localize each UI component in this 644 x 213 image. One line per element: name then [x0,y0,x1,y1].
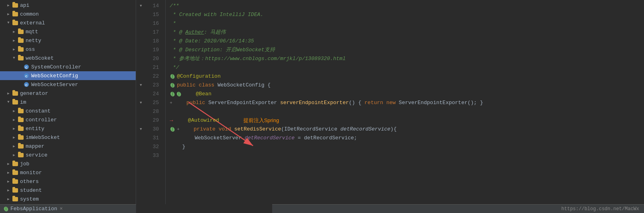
sidebar-item-generator[interactable]: ▶generator [0,89,136,98]
gutter-cell-21 [136,63,146,72]
sidebar-item-oss[interactable]: ▶oss [0,45,136,54]
code-gutter: ▼▼▼▼ [136,0,146,204]
tree-label-mqtt: mqtt [26,29,38,35]
code-content[interactable]: /** * Created with IntelliJ IDEA. * * @ … [166,0,644,204]
tree-icon-controller [18,117,24,123]
spring-leaf-icon-24a [170,90,176,98]
gutter-cell-30: ▼ [136,125,146,134]
tree-label-monitor: monitor [20,170,42,176]
tree-arrow-netty: ▶ [11,38,17,43]
line-number-23: 23 [146,81,162,90]
sidebar-item-controller[interactable]: ▶controller [0,115,136,124]
bottom-tab-close[interactable]: × [60,206,63,212]
gutter-cell-20 [136,54,146,63]
gutter-cell-28 [136,107,146,116]
spring-leaf-icon-22 [170,72,177,81]
tree-arrow-api: ▶ [6,3,11,8]
bottom-tab-bar: FebsApplication × [0,204,136,213]
sidebar-item-api[interactable]: ▶api [0,1,136,10]
sidebar-item-job[interactable]: ▶job [0,159,136,168]
sidebar-item-netty[interactable]: ▶netty [0,36,136,45]
tree-arrow-generator: ▶ [6,91,11,96]
sidebar-item-service[interactable]: ▶service [0,151,136,159]
tree-icon-WebSocketConfig: C [23,73,30,78]
tree-icon-mapper [18,144,24,149]
sidebar-item-system[interactable]: ▶system [0,195,136,203]
line-number-22: 22 [146,72,162,81]
sidebar-item-SystemController[interactable]: CSystemController [0,62,136,71]
tree-arrow-controller: ▶ [11,118,17,122]
tree-label-student: student [20,187,42,193]
sidebar-item-external[interactable]: ▼external [0,18,136,27]
fold-indicator-25[interactable]: + [170,98,173,107]
gutter-cell-24 [136,90,146,98]
tree-label-oss: oss [26,46,35,52]
code-line: → @Autowired提前注入Spring [170,116,644,125]
code-line [170,107,644,116]
sidebar-item-im[interactable]: ▼im [0,98,136,106]
sidebar-item-entity[interactable]: ▶entity [0,124,136,133]
tree-icon-oss [18,47,24,52]
red-arrow-29: → [170,116,173,125]
tree-label-api: api [20,2,29,8]
gutter-cell-25: ▼ [136,98,146,107]
line-number-31: 31 [146,134,162,143]
sidebar-item-imWebSocket[interactable]: ▶imWebSocket [0,133,136,142]
tree-arrow-entity: ▶ [11,127,17,131]
tree-arrow-mqtt: ▶ [11,30,17,34]
gutter-cell-33 [136,151,146,160]
code-line: } [170,143,644,151]
tree-arrow-common: ▶ [6,12,11,16]
tree-label-job: job [20,161,29,167]
sidebar-item-webScoket[interactable]: ▼webScoket [0,54,136,62]
line-number-28: 28 [146,107,162,116]
tree-arrow-service: ▶ [11,153,17,157]
gutter-cell-31 [136,134,146,143]
tree-arrow-system: ▶ [6,197,11,201]
status-url: https://blog.csdn.net/MacWx [562,206,639,212]
line-number-21: 21 [146,63,162,72]
file-tree[interactable]: ▶api▶common▼external▶mqtt▶netty▶oss▼webS… [0,0,136,213]
tree-label-im: im [20,99,26,105]
tree-icon-student [12,188,18,193]
tree-icon-external [12,20,18,26]
code-line: * @ Auther: 马超伟 [170,28,644,37]
sidebar-item-monitor[interactable]: ▶monitor [0,168,136,177]
tree-label-common: common [20,11,39,17]
sidebar-item-mqtt[interactable]: ▶mqtt [0,27,136,36]
code-line: */ [170,63,644,72]
tree-icon-job [12,161,18,167]
code-line: /** [170,2,644,10]
sidebar-item-common[interactable]: ▶common [0,10,136,18]
tree-arrow-mapper: ▶ [11,144,17,149]
sidebar-item-constant[interactable]: ▶constant [0,106,136,115]
svg-text:C: C [25,74,28,78]
sidebar-item-mapper[interactable]: ▶mapper [0,142,136,151]
tree-label-SystemController: SystemController [31,64,81,70]
code-line: * Created with IntelliJ IDEA. [170,10,644,19]
tree-icon-imWebSocket [18,135,24,140]
tree-icon-mqtt [18,29,24,34]
line-number-33: 33 [146,151,162,160]
tree-icon-entity [18,126,24,131]
tree-label-mapper: mapper [26,143,44,149]
tree-label-WebSocketServer: WebSocketServer [31,82,78,88]
gutter-cell-22 [136,72,146,81]
gutter-cell-19 [136,46,146,54]
tree-label-imWebSocket: imWebSocket [26,135,60,141]
fold-indicator-30[interactable]: + [177,125,180,134]
sidebar-item-others[interactable]: ▶others [0,177,136,186]
sidebar-item-student[interactable]: ▶student [0,186,136,195]
sidebar-item-WebSocketConfig[interactable]: CWebSocketConfig [0,71,136,80]
code-line: * 参考地址：https://www.cnblogs.com/mrjkl/p/1… [170,54,644,63]
code-line: * @ Description: 开启WebSocket支持 [170,46,644,54]
code-editor: ▼▼▼▼ 14151617181920212223242528293031323… [136,0,644,213]
gutter-cell-32 [136,143,146,151]
line-numbers: 141516171819202122232425282930313233 [146,0,166,204]
sidebar-item-WebSocketServer[interactable]: CWebSocketServer [0,80,136,89]
tree-label-WebSocketConfig: WebSocketConfig [31,73,78,79]
svg-text:C: C [25,83,28,87]
tree-label-entity: entity [26,126,44,132]
spring-leaf-icon-24b [176,90,183,98]
tree-arrow-constant: ▶ [11,109,17,113]
